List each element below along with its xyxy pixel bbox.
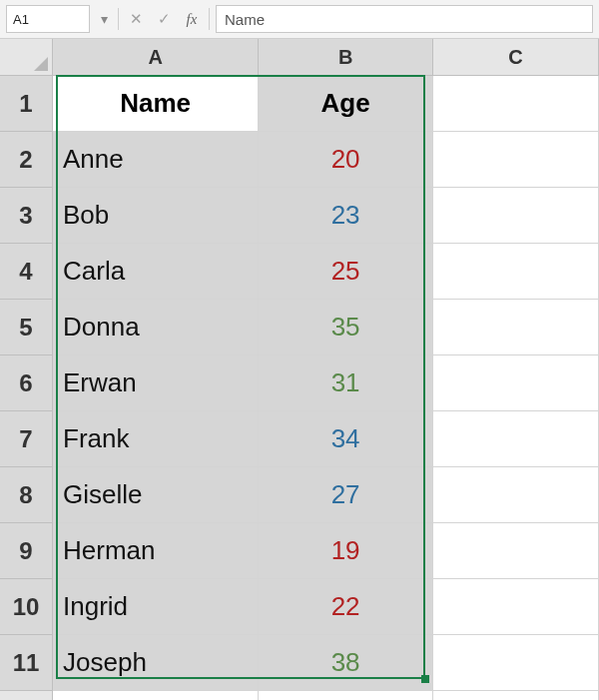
spreadsheet-grid[interactable]: A B C 1 Name Age 2Anne203Bob234Carla255D… [0,39,599,700]
cell-C10[interactable] [432,579,598,635]
cell-B2[interactable]: 20 [259,132,433,188]
cell-A8[interactable]: Giselle [53,467,259,523]
cell-A9[interactable]: Herman [53,523,259,579]
cell-C3[interactable] [432,188,598,244]
row-header-4[interactable]: 4 [0,244,53,300]
cell-A4[interactable]: Carla [53,244,259,300]
row-header-1[interactable]: 1 [0,76,53,132]
formula-bar: A1 ▾ ✕ ✓ fx Name [0,0,599,39]
cell-A7[interactable]: Frank [53,411,259,467]
row-header-9[interactable]: 9 [0,523,53,579]
cell-C5[interactable] [432,300,598,355]
cell-C12[interactable] [432,691,598,701]
formula-input[interactable]: Name [216,5,593,33]
insert-function-icon[interactable]: fx [181,8,203,30]
cell-C8[interactable] [432,467,598,523]
cell-A1[interactable]: Name [53,76,259,132]
row-header-3[interactable]: 3 [0,188,53,244]
row-header-11[interactable]: 11 [0,635,53,691]
column-header-B[interactable]: B [259,39,433,76]
cell-C7[interactable] [432,411,598,467]
cell-B6[interactable]: 31 [259,355,433,411]
cell-B8[interactable]: 27 [259,467,433,523]
cell-B5[interactable]: 35 [259,300,433,355]
name-box[interactable]: A1 [6,5,90,33]
cell-B7[interactable]: 34 [259,411,433,467]
cell-B4[interactable]: 25 [259,244,433,300]
cell-B9[interactable]: 19 [259,523,433,579]
cell-B1[interactable]: Age [259,76,433,132]
cell-A2[interactable]: Anne [53,132,259,188]
cell-B11[interactable]: 38 [259,635,433,691]
name-box-dropdown-icon[interactable]: ▾ [96,11,112,27]
cell-B3[interactable]: 23 [259,188,433,244]
cell-C11[interactable] [432,635,598,691]
row-header-2[interactable]: 2 [0,132,53,188]
separator [118,8,119,30]
cell-A3[interactable]: Bob [53,188,259,244]
row-header-5[interactable]: 5 [0,300,53,355]
cell-A12[interactable] [53,691,259,701]
enter-icon[interactable]: ✓ [153,8,175,30]
cell-C4[interactable] [432,244,598,300]
formula-input-value: Name [225,11,265,28]
row-header-6[interactable]: 6 [0,355,53,411]
cell-A6[interactable]: Erwan [53,355,259,411]
fill-handle[interactable] [421,675,429,683]
cell-C6[interactable] [432,355,598,411]
row-header-8[interactable]: 8 [0,467,53,523]
select-all-corner[interactable] [0,39,53,76]
cell-C2[interactable] [432,132,598,188]
row-header-12[interactable]: 12 [0,691,53,701]
column-header-C[interactable]: C [432,39,598,76]
cell-B10[interactable]: 22 [259,579,433,635]
cell-A5[interactable]: Donna [53,300,259,355]
cell-A10[interactable]: Ingrid [53,579,259,635]
name-box-value: A1 [13,12,29,27]
separator [209,8,210,30]
row-header-7[interactable]: 7 [0,411,53,467]
cell-B12[interactable] [259,691,433,701]
row-header-10[interactable]: 10 [0,579,53,635]
column-header-A[interactable]: A [53,39,259,76]
cancel-icon[interactable]: ✕ [125,8,147,30]
cell-C9[interactable] [432,523,598,579]
cell-A11[interactable]: Joseph [53,635,259,691]
cell-C1[interactable] [432,76,598,132]
